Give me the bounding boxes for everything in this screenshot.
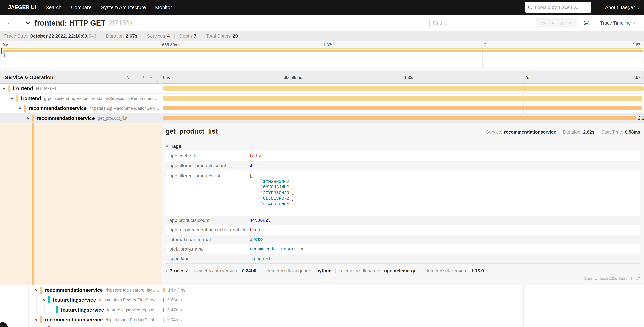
collapse-trace-chevron-icon[interactable] <box>26 20 30 24</box>
expand-one-icon[interactable]: › <box>135 75 137 80</box>
process-attr-key: telemetry.sdk.language <box>264 268 311 274</box>
prev-match-icon[interactable]: ∧ <box>551 20 555 26</box>
tag-row[interactable]: app.cache_hitfalse <box>166 151 640 161</box>
tag-key: internal.span.format <box>166 237 250 242</box>
indent-guide <box>20 295 20 305</box>
span-name-cell[interactable]: ∨frontendgrpc.hipstershop.Recommendation… <box>0 94 162 103</box>
span-tick[interactable] <box>163 308 164 312</box>
nav-link-monitor[interactable]: Monitor <box>155 4 172 10</box>
span-tick[interactable] <box>163 318 164 322</box>
nav-link-compare[interactable]: Compare <box>71 4 92 10</box>
indent-guide <box>20 123 20 285</box>
tag-row[interactable]: internal.span.formatproto <box>166 235 640 244</box>
span-tick[interactable] <box>163 288 165 292</box>
chevron-down-icon[interactable]: ∨ <box>18 106 22 111</box>
span-name-cell[interactable]: ∨recommendationservice/hipstershop.Produ… <box>0 315 162 325</box>
indent-guide <box>28 285 28 295</box>
span-bar[interactable] <box>163 96 643 100</box>
minimap-canvas[interactable] <box>1 48 643 68</box>
tag-row[interactable]: span.kindinternal <box>166 254 640 264</box>
indent-guide <box>20 315 20 325</box>
span-name-cell[interactable]: ∨recommendationserviceget_product_list <box>0 113 162 123</box>
column-resize-handle[interactable] <box>158 80 159 82</box>
chevron-down-icon[interactable]: ∨ <box>34 288 38 292</box>
chevron-down-icon[interactable]: ∨ <box>34 318 38 322</box>
tags-accordion[interactable]: ∨ Tags <box>166 144 640 149</box>
indent-guide <box>28 325 28 327</box>
span-name-cell[interactable]: featureflagservicefeatureflagservice.rep… <box>0 305 162 315</box>
nav-link-system-architecture[interactable]: System Architecture <box>101 4 146 10</box>
span-timeline-cell[interactable]: 2.62s <box>162 113 644 123</box>
nav-link-search[interactable]: Search <box>46 4 62 10</box>
expand-all-icon[interactable]: » <box>149 75 152 80</box>
tag-row[interactable]: app.recommendation.cache_enabledtrue <box>166 225 640 235</box>
about-jaeger-menu[interactable]: About Jaeger ∨ <box>605 4 640 10</box>
span-row[interactable]: ∨recommendationserviceget_product_list2.… <box>0 113 644 123</box>
meta-value: 7 <box>194 34 196 39</box>
span-name-cell[interactable]: ∨frontendHTTP GET <box>0 84 162 93</box>
span-timeline-cell[interactable]: 14.49ms <box>162 285 644 295</box>
span-bar[interactable] <box>163 116 636 120</box>
tag-value: recommendationservice <box>250 246 308 252</box>
span-timeline-cell[interactable]: 1.04ms <box>162 315 644 325</box>
tag-row[interactable]: app.filtered_products.list["1YMWWN1N4O",… <box>166 170 640 216</box>
span-timeline-cell[interactable] <box>162 94 644 103</box>
focus-match-icon[interactable]: ◎ <box>542 20 546 26</box>
next-match-icon[interactable]: ∨ <box>560 20 564 26</box>
tag-row[interactable]: app.filtered_products.count8 <box>166 161 640 170</box>
collapse-all-icon[interactable]: ∨ <box>127 75 130 80</box>
copy-link-icon[interactable] <box>636 276 640 281</box>
process-attribute: telemetry.sdk.name=opentelemetry <box>336 268 415 274</box>
clear-find-icon[interactable]: × <box>569 20 572 26</box>
tag-row[interactable]: app.products.count44530923 <box>166 216 640 225</box>
process-accordion[interactable]: › Process: telemetry.auto.version=0.34b0… <box>166 268 640 274</box>
find-controls: ◎ ∧ ∨ × <box>536 18 577 28</box>
span-name: featureflagservicefeatureflagservice.rep… <box>61 305 160 315</box>
meta-value-suffix: .543 <box>87 34 96 39</box>
span-bar[interactable] <box>163 106 642 110</box>
process-attr-key: telemetry.auto.version <box>192 268 237 274</box>
back-button[interactable]: ← <box>0 15 19 31</box>
chevron-down-icon[interactable]: ∨ <box>2 86 5 91</box>
divider <box>598 130 598 135</box>
gridline <box>524 285 524 295</box>
tag-row[interactable]: otel.library.namerecommendationservice <box>166 244 640 254</box>
process-attributes: telemetry.auto.version=0.34b0telemetry.s… <box>192 268 484 274</box>
span-name-cell[interactable]: ∨featureflagservice/hipstershop.FeatureF… <box>0 295 162 305</box>
span-tick[interactable] <box>163 298 164 302</box>
span-bar[interactable] <box>163 86 644 91</box>
chevron-down-icon[interactable]: ∨ <box>43 298 46 302</box>
process-attribute: telemetry.auto.version=0.34b0 <box>192 268 256 274</box>
view-mode-dropdown[interactable]: Trace Timeline ∨ <box>596 18 640 28</box>
chevron-down-icon[interactable]: ∨ <box>10 96 14 101</box>
span-row[interactable]: ∨recommendationservice/hipstershop.Produ… <box>0 315 644 325</box>
span-name-cell[interactable] <box>0 325 162 327</box>
span-row[interactable]: featureflagservicefeatureflagservice.rep… <box>0 305 644 315</box>
service-color-bar <box>32 123 34 285</box>
chevron-down-icon[interactable]: ∨ <box>26 116 30 121</box>
span-name-cell[interactable]: ∨recommendationservice/hipstershop.Recom… <box>0 104 162 113</box>
trace-lookup-input[interactable] <box>535 5 588 10</box>
collapse-deep-icon[interactable]: » <box>140 76 146 78</box>
span-timeline-cell[interactable] <box>162 84 644 93</box>
span-row[interactable]: ∨featureflagservice/hipstershop.FeatureF… <box>0 295 644 305</box>
app-logo[interactable]: JAEGER UI <box>8 4 36 10</box>
span-timeline-cell[interactable]: 3.68ms <box>162 295 644 305</box>
trace-lookup-search[interactable] <box>525 2 592 12</box>
ruler-tick-label: 1.33s <box>323 42 333 47</box>
span-row[interactable] <box>0 325 644 327</box>
span-operation-title: get_product_list <box>166 128 218 135</box>
span-row[interactable]: ∨recommendationservice/hipstershop.Recom… <box>0 104 644 113</box>
find-input[interactable] <box>430 18 536 28</box>
span-row[interactable]: ∨recommendationservice/hipstershop.Featu… <box>0 285 644 295</box>
keyboard-shortcuts-button[interactable]: ⌘ <box>580 18 592 28</box>
operation-name: get_product_list <box>98 116 128 121</box>
span-row[interactable]: ∨frontendgrpc.hipstershop.Recommendation… <box>0 94 644 104</box>
span-timeline-cell[interactable] <box>162 325 644 327</box>
span-row[interactable]: ∨frontendHTTP GET <box>0 84 644 94</box>
gridline <box>524 315 524 325</box>
span-timeline-cell[interactable]: 3.47ms <box>162 305 644 315</box>
span-name-cell[interactable]: ∨recommendationservice/hipstershop.Featu… <box>0 285 162 295</box>
view-range-handle[interactable] <box>1 48 2 54</box>
span-timeline-cell[interactable] <box>162 104 644 113</box>
